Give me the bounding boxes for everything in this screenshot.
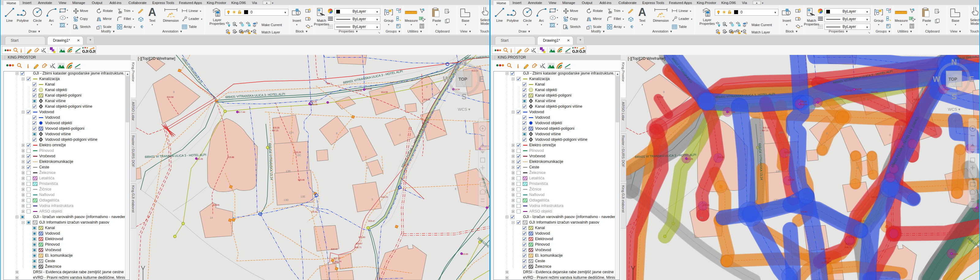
svg-text:816.97: 816.97 [846, 243, 853, 245]
svg-text:875.83: 875.83 [359, 236, 365, 238]
svg-text:814.65: 814.65 [846, 90, 852, 92]
svg-text:814.85: 814.85 [365, 88, 372, 90]
svg-text:13A: 13A [779, 131, 784, 134]
svg-text:[-][Top][2D Wireframe]: [-][Top][2D Wireframe] [628, 56, 665, 61]
svg-text:815.23: 815.23 [871, 196, 878, 198]
svg-text:i: i [27, 63, 29, 69]
svg-text:13B: 13B [286, 170, 291, 173]
svg-text:13A: 13A [289, 131, 294, 134]
svg-text:6: 6 [324, 238, 326, 242]
svg-text:814.55: 814.55 [381, 91, 388, 93]
svg-text:814.55: 814.55 [871, 91, 878, 93]
svg-text:N: N [951, 58, 957, 66]
svg-text:S: S [461, 92, 467, 101]
svg-text:867.21: 867.21 [272, 130, 279, 131]
svg-text:3: 3 [889, 133, 891, 136]
svg-text:13E: 13E [301, 195, 305, 198]
svg-text:9: 9 [663, 90, 665, 94]
svg-text:8: 8 [336, 132, 337, 135]
svg-text:867.32: 867.32 [334, 257, 340, 259]
svg-text:172.61: 172.61 [311, 211, 318, 213]
svg-text:815.40: 815.40 [331, 248, 338, 250]
svg-text:13D: 13D [773, 198, 779, 202]
svg-text:80 7.44: 80 7.44 [238, 111, 245, 113]
svg-text:816.97: 816.97 [356, 243, 363, 245]
svg-text:814.85: 814.85 [855, 88, 862, 90]
svg-text:13E: 13E [791, 195, 795, 198]
svg-text:E: E [479, 75, 484, 83]
svg-text:80 7.44: 80 7.44 [728, 111, 735, 113]
svg-text:13C: 13C [296, 154, 301, 157]
svg-text:TOP: TOP [948, 77, 957, 82]
svg-text:TOP: TOP [458, 77, 467, 82]
svg-text:14: 14 [700, 216, 703, 219]
svg-text:13C: 13C [786, 154, 791, 157]
svg-text:815.47: 815.47 [858, 220, 865, 222]
svg-text:815.35: 815.35 [273, 126, 280, 129]
svg-text:815.29: 815.29 [294, 151, 301, 154]
svg-text:5: 5 [376, 98, 377, 101]
svg-text:GJI: GJI [572, 49, 579, 54]
svg-text:845.71: 845.71 [355, 246, 362, 248]
svg-text:8: 8 [945, 187, 946, 190]
svg-text:6: 6 [814, 238, 816, 242]
svg-text:i: i [511, 48, 512, 53]
svg-text:819.58: 819.58 [167, 96, 173, 98]
svg-text:5: 5 [861, 198, 863, 201]
svg-text:E: E [969, 75, 974, 83]
svg-text:815.05: 815.05 [801, 103, 808, 106]
svg-text:875.83: 875.83 [849, 236, 855, 238]
svg-text:819.58: 819.58 [657, 96, 663, 98]
svg-text:2: 2 [916, 85, 918, 88]
svg-text:864.1: 864.1 [817, 83, 822, 85]
svg-text:814.28: 814.28 [913, 98, 920, 101]
svg-text:9: 9 [173, 90, 175, 94]
svg-text:N: N [461, 58, 467, 66]
svg-text:814.28: 814.28 [423, 98, 430, 101]
svg-text:815.29: 815.29 [784, 151, 791, 154]
svg-text:5: 5 [866, 98, 867, 101]
svg-text:845.71: 845.71 [845, 246, 852, 248]
svg-text:815.35: 815.35 [763, 126, 770, 129]
svg-text:WCS ▾: WCS ▾ [458, 107, 470, 112]
svg-text:172.61: 172.61 [801, 211, 808, 213]
svg-text:815.95: 815.95 [213, 204, 220, 206]
svg-text:14: 14 [210, 216, 213, 219]
svg-text:W: W [933, 75, 940, 83]
svg-text:5: 5 [371, 198, 373, 201]
svg-text:4: 4 [367, 166, 368, 170]
svg-text:815.95: 815.95 [703, 204, 710, 206]
svg-text:815.46: 815.46 [788, 179, 795, 181]
svg-text:13B: 13B [776, 170, 781, 173]
svg-text:815.88: 815.88 [228, 156, 234, 158]
svg-text:815.68: 815.68 [332, 262, 339, 264]
svg-text:815.46: 815.46 [298, 179, 305, 181]
svg-text:13D: 13D [283, 198, 289, 202]
svg-text:GJI: GJI [82, 49, 89, 54]
svg-text:815.40: 815.40 [821, 248, 828, 250]
svg-text:815.05: 815.05 [311, 103, 318, 106]
svg-text:3: 3 [399, 133, 401, 136]
svg-text:i: i [517, 63, 519, 69]
svg-text:867.21: 867.21 [762, 130, 769, 131]
svg-text:815.47: 815.47 [368, 220, 375, 222]
svg-text:4: 4 [857, 166, 858, 170]
svg-text:GJI: GJI [89, 49, 95, 54]
svg-text:GJI: GJI [579, 49, 585, 54]
svg-text:815.26: 815.26 [800, 101, 807, 103]
svg-text:W: W [443, 75, 450, 83]
svg-text:864.1: 864.1 [327, 83, 332, 85]
svg-text:[-][Top][2D Wireframe]: [-][Top][2D Wireframe] [138, 56, 175, 61]
svg-text:WCS ▾: WCS ▾ [948, 107, 960, 112]
svg-text:8: 8 [826, 132, 827, 135]
svg-text:S: S [951, 92, 957, 101]
svg-text:814.65: 814.65 [356, 90, 362, 92]
svg-text:815.88: 815.88 [718, 156, 724, 158]
svg-text:2: 2 [426, 85, 428, 88]
svg-text:815.23: 815.23 [381, 196, 388, 198]
svg-text:815.26: 815.26 [310, 101, 317, 103]
svg-text:8: 8 [455, 187, 456, 190]
svg-text:867.32: 867.32 [824, 257, 830, 259]
svg-text:i: i [21, 48, 22, 53]
svg-text:815.68: 815.68 [822, 262, 829, 264]
